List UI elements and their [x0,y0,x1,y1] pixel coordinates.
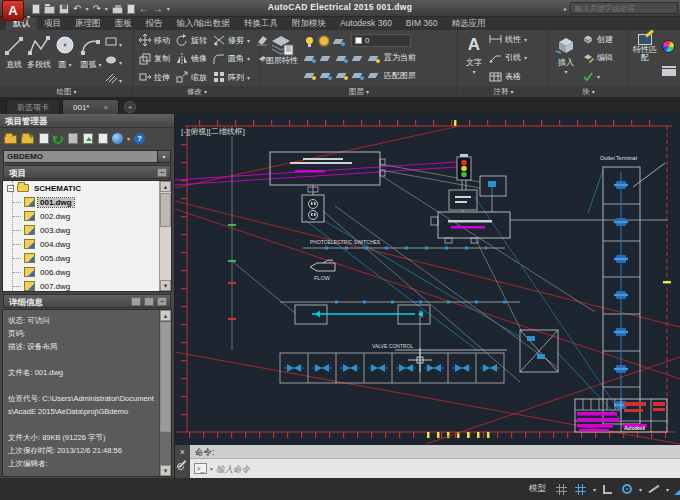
create-block-button[interactable]: 创建 [582,31,613,47]
layer-select-combo[interactable]: 0 [351,34,411,47]
flow-arrow[interactable]: FLOW [310,260,335,281]
scale-button[interactable]: 缩放 [176,68,207,86]
tree-item-schematic-folder[interactable]: − SCHEMATIC [3,181,171,195]
layer-freeze-icon[interactable] [320,54,331,62]
title-block[interactable]: Autodesk [575,399,667,432]
toolbar-dropdown-icon[interactable]: ▾ [127,135,130,142]
object-snap-dropdown-icon[interactable]: ▾ [639,486,642,493]
refresh-icon[interactable] [53,134,63,144]
trim-button[interactable]: 修剪▾ [213,31,250,49]
collapse-icon[interactable]: − [157,168,167,177]
tree-item-dwg[interactable]: 007.dwg [3,279,171,292]
layer-on-all-icon[interactable] [336,71,347,79]
fillet-button[interactable]: 圆角▾ [213,50,250,68]
command-close-icon[interactable]: × [175,447,190,457]
layer-isolate-icon[interactable] [304,54,315,62]
file-tab-new[interactable]: 新选项卡 [6,99,60,114]
layer-unlock-icon[interactable] [333,37,344,45]
project-task-list-icon[interactable] [68,133,78,144]
mirror-button[interactable]: 镜像 [176,50,207,68]
hatch-tool-icon[interactable]: ▾ [105,69,122,87]
socket-symbol[interactable] [302,185,324,222]
tab-bim360[interactable]: BIM 360 [399,17,445,30]
layer-make-current-icon[interactable] [368,54,379,62]
control-panel-box[interactable] [270,152,385,185]
tree-expander-icon[interactable]: − [7,185,14,192]
details-section-header[interactable]: 详细信息 − [3,294,171,308]
annotate-panel-footer[interactable]: 注释 ▾ [459,86,548,97]
lineweight-icon[interactable] [662,66,676,76]
snap-dropdown-icon[interactable]: ▾ [593,486,596,493]
tab-import-export[interactable]: 输入/输出数据 [170,17,237,30]
snap-mode-icon[interactable] [574,482,588,496]
tab-autodesk360[interactable]: Autodesk 360 [333,17,399,30]
object-snap-icon[interactable] [620,482,634,496]
move-button[interactable]: 移动 [139,31,170,49]
circle-button[interactable]: 圆 ▾ [53,30,77,86]
polyline-button[interactable]: 多段线 [27,30,51,86]
tab-project[interactable]: 项目 [37,17,68,30]
command-input[interactable] [216,464,680,474]
plot-publish-icon[interactable] [83,133,93,144]
layer-unisolate-icon[interactable] [304,71,315,79]
scroll-down-icon[interactable]: ▼ [160,465,171,476]
layer-lock-icon[interactable] [352,54,363,62]
line-button[interactable]: 直线 [3,30,25,86]
layers-panel-footer[interactable]: 图层 ▾ [261,86,457,97]
ortho-mode-icon[interactable] [601,482,615,496]
tab-panel[interactable]: 面板 [108,17,139,30]
tab-addins[interactable]: 附加模块 [285,17,333,30]
stretch-button[interactable]: 拉伸 [139,68,170,86]
tree-item-dwg[interactable]: 003.dwg [3,223,171,237]
layer-thaw-icon[interactable] [320,37,328,45]
rotate-button[interactable]: 旋转 [176,31,207,49]
tree-item-dwg[interactable]: 002.dwg [3,209,171,223]
rectangle-tool-icon[interactable]: ▾ [105,33,122,51]
outlet-terminal-strip[interactable]: Outlet Terminal [600,155,665,424]
text-button[interactable]: A 文字 ▾ [462,30,486,86]
drawing-area[interactable]: [-][俯视][二维线框] [175,114,680,445]
tree-item-dwg[interactable]: 006.dwg [3,265,171,279]
projects-section-header[interactable]: 项目 − [3,165,171,179]
tree-item-dwg[interactable]: 005.dwg [3,251,171,265]
block-panel-footer[interactable]: 块 ▾ [550,86,627,97]
layer-on-icon[interactable] [306,37,313,44]
file-tab-close-icon[interactable]: × [103,100,108,115]
dimension-linear-button[interactable]: 线性▾ [489,31,527,47]
match-properties-button[interactable]: 特性匹配 [632,30,658,86]
viewport-controls-label[interactable]: [-][俯视][二维线框] [181,126,245,137]
ellipse-tool-icon[interactable]: ▾ [105,51,122,69]
preview-view-icon[interactable] [144,297,154,306]
layer-match-icon[interactable] [368,71,379,79]
scroll-thumb[interactable] [160,193,171,227]
file-tab-001[interactable]: 001* × [62,99,119,114]
arc-button[interactable]: 圆弧 ▾ [79,30,103,86]
grid-display-icon[interactable] [555,482,569,496]
stack-light-symbol[interactable] [457,154,471,190]
scroll-thumb[interactable] [160,322,171,432]
command-prompt-icon[interactable]: >_ [194,463,207,474]
leader-button[interactable]: 引线▾ [489,50,527,66]
tree-item-dwg[interactable]: 004.dwg [3,237,171,251]
edit-block-button[interactable]: 编辑 [582,50,613,66]
project-combo-dropdown-icon[interactable]: ▾ [157,151,170,162]
tab-featured-apps[interactable]: 精选应用 [445,17,493,30]
scroll-down-icon[interactable]: ▼ [160,280,171,291]
new-project-icon[interactable] [4,135,17,144]
set-current-label[interactable]: 置为当前 [384,52,416,63]
layer-properties-button[interactable]: 图层特性 [264,30,300,86]
photoelectric-rails[interactable]: PHOTOELECTRIC SWITCHES [280,239,520,324]
details-scrollbar[interactable]: ▲ ▼ [159,310,171,476]
publish-web-icon[interactable] [112,133,123,144]
tab-conversion[interactable]: 转换工具 [237,17,285,30]
annotation-scale-icon[interactable] [674,482,680,496]
layer-unlock-all-icon[interactable] [352,71,363,79]
scroll-up-icon[interactable]: ▲ [160,181,171,192]
details-view-icon[interactable] [131,297,141,306]
command-customize-icon[interactable] [179,460,187,468]
command-grip[interactable]: × [175,445,190,478]
infocenter-arrow-icon[interactable]: ▸ [564,5,567,12]
drawing-list-report-icon[interactable] [98,133,108,144]
tab-reports[interactable]: 报告 [139,17,170,30]
search-input[interactable] [570,2,678,14]
